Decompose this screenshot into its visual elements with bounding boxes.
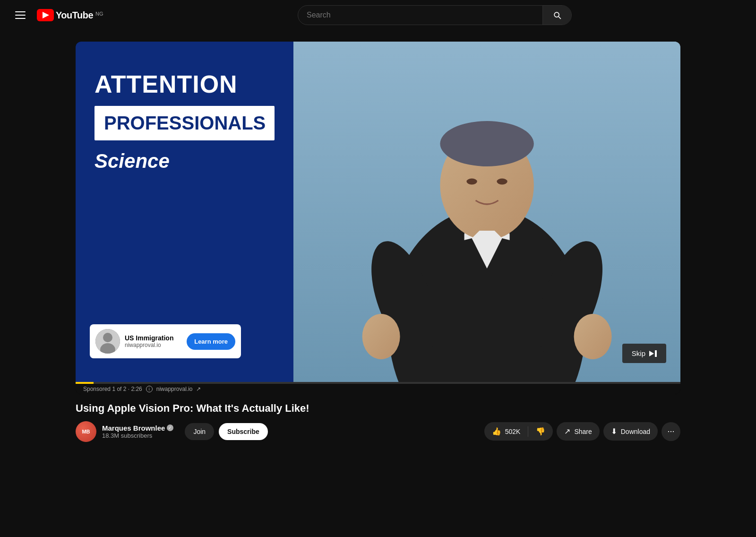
svg-point-1 <box>103 333 112 342</box>
thumb-up-icon <box>492 427 501 436</box>
external-link-icon: ↗ <box>196 386 201 392</box>
header-center <box>125 5 745 25</box>
more-options-button[interactable]: ··· <box>662 422 680 441</box>
logo[interactable]: YouTubeNG <box>37 9 103 21</box>
sponsor-avatar-image <box>95 329 120 354</box>
skip-button[interactable]: Skip <box>622 344 666 363</box>
ad-attention-text: ATTENTION <box>94 70 275 98</box>
sponsor-name: US Immigration <box>125 334 182 342</box>
search-button[interactable] <box>542 6 571 25</box>
video-meta-row: MB Marques Brownlee ✓ 18.3M subscribers … <box>76 421 680 442</box>
join-button[interactable]: Join <box>185 423 214 440</box>
ad-science-text: Science <box>94 150 275 173</box>
share-button[interactable]: Share <box>557 422 599 441</box>
info-circle-icon: i <box>146 386 153 392</box>
video-frame: ATTENTION PROFESSIONALS Science US I <box>76 42 680 382</box>
header: YouTubeNG <box>0 0 756 30</box>
verified-icon: ✓ <box>167 424 173 431</box>
hamburger-menu[interactable] <box>11 8 29 23</box>
subscribe-button[interactable]: Subscribe <box>219 423 268 440</box>
search-bar <box>298 5 572 25</box>
ad-professionals-text: PROFESSIONALS <box>94 106 275 140</box>
like-count: 502K <box>505 428 521 435</box>
like-dislike-group: 502K <box>484 422 553 441</box>
ad-domain-text: niwapproval.io <box>156 386 193 392</box>
download-label: Download <box>621 428 650 435</box>
subscribers-count: 18.3M subscribers <box>102 432 173 439</box>
logo-text: YouTube <box>56 10 93 21</box>
channel-avatar[interactable]: MB <box>76 421 96 442</box>
like-button[interactable]: 502K <box>484 422 528 441</box>
thumb-down-icon <box>536 427 545 436</box>
sponsor-domain: niwapproval.io <box>125 342 182 348</box>
person-figure-svg <box>293 42 680 382</box>
video-title: Using Apple Vision Pro: What It's Actual… <box>76 402 680 416</box>
share-label: Share <box>574 428 592 435</box>
more-dots-icon: ··· <box>667 426 674 436</box>
svg-point-9 <box>466 179 477 185</box>
channel-actions: Join Subscribe <box>185 423 267 440</box>
ad-sponsor-card: US Immigration niwapproval.io Learn more <box>90 324 241 358</box>
search-input[interactable] <box>298 6 542 24</box>
learn-more-button[interactable]: Learn more <box>187 333 235 350</box>
video-container: ATTENTION PROFESSIONALS Science US I <box>76 42 680 394</box>
skip-icon <box>649 350 657 357</box>
svg-point-10 <box>497 179 507 185</box>
sponsor-avatar <box>95 329 120 354</box>
ad-left-panel: ATTENTION PROFESSIONALS Science US I <box>76 42 293 382</box>
channel-name-row: Marques Brownlee ✓ <box>102 424 173 432</box>
svg-point-8 <box>440 121 533 166</box>
action-buttons: 502K Share Download <box>484 422 680 441</box>
download-icon <box>611 427 617 436</box>
svg-point-12 <box>362 314 400 359</box>
channel-info: Marques Brownlee ✓ 18.3M subscribers <box>102 424 173 439</box>
play-triangle <box>43 12 49 18</box>
logo-country: NG <box>95 11 103 17</box>
dislike-button[interactable] <box>528 422 553 441</box>
channel-name[interactable]: Marques Brownlee <box>102 424 165 432</box>
youtube-icon <box>37 9 54 21</box>
person-silhouette <box>293 42 680 382</box>
main-content: ATTENTION PROFESSIONALS Science US I <box>0 30 756 453</box>
ad-info-text: Sponsored 1 of 2 · 2:26 <box>83 386 142 392</box>
ad-right-panel: Skip <box>293 42 680 382</box>
header-left: YouTubeNG <box>11 8 125 23</box>
skip-label: Skip <box>632 349 645 357</box>
video-info: Using Apple Vision Pro: What It's Actual… <box>76 402 680 442</box>
svg-point-14 <box>574 314 611 359</box>
share-icon <box>564 427 570 436</box>
download-button[interactable]: Download <box>603 422 658 441</box>
sponsor-info: US Immigration niwapproval.io <box>125 334 182 348</box>
search-icon <box>552 10 562 20</box>
